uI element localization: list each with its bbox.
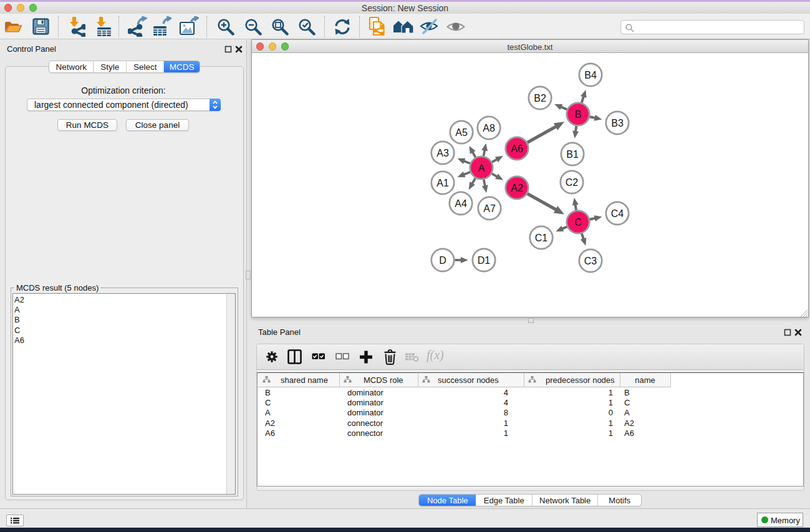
svg-text:A8: A8 bbox=[483, 123, 495, 133]
svg-text:C2: C2 bbox=[566, 177, 579, 188]
svg-text:D1: D1 bbox=[478, 255, 491, 266]
svg-text:A4: A4 bbox=[455, 198, 467, 209]
svg-text:A: A bbox=[478, 163, 485, 173]
svg-text:B: B bbox=[575, 109, 582, 120]
svg-text:B4: B4 bbox=[584, 70, 597, 80]
svg-text:B2: B2 bbox=[534, 93, 546, 104]
svg-text:C4: C4 bbox=[611, 208, 624, 219]
svg-text:C1: C1 bbox=[535, 233, 548, 243]
svg-text:C3: C3 bbox=[584, 256, 597, 266]
svg-text:B3: B3 bbox=[611, 118, 624, 128]
svg-text:A5: A5 bbox=[455, 127, 468, 138]
svg-text:A3: A3 bbox=[436, 148, 449, 158]
svg-text:A6: A6 bbox=[511, 143, 523, 154]
svg-text:D: D bbox=[439, 255, 446, 266]
svg-text:A1: A1 bbox=[436, 178, 449, 188]
svg-text:C: C bbox=[574, 217, 582, 228]
svg-text:B1: B1 bbox=[566, 149, 579, 160]
svg-text:A2: A2 bbox=[511, 183, 523, 193]
svg-text:A7: A7 bbox=[483, 203, 496, 214]
